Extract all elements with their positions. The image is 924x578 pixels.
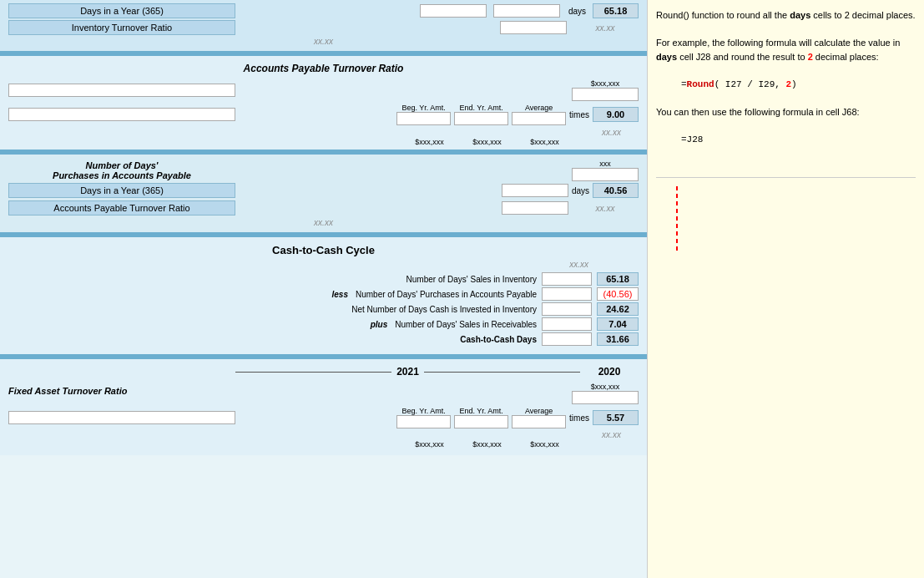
- right-text-3: For example, the following formula will …: [656, 36, 916, 63]
- ctc-label-4: Cash-to-Cash Days: [460, 335, 537, 344]
- fa-avg-label: Average: [525, 407, 553, 415]
- ctc-prefix-1: less: [332, 290, 348, 299]
- ctc-prefix-3: plus: [371, 320, 388, 329]
- inventory-days-value: 65.18: [593, 3, 639, 18]
- days-purch-input-top[interactable]: [572, 168, 639, 181]
- fa-dollar-top: $xxx,xxx: [591, 383, 620, 391]
- ctc-value-0: 65.18: [597, 272, 639, 286]
- formula-2: =J28: [681, 133, 916, 147]
- ctc-input-3[interactable]: [542, 317, 592, 331]
- dollar-end: $xxx,xxx: [460, 138, 514, 146]
- xxx-label: xxx: [599, 160, 611, 168]
- days-purchases-section: Number of Days' Purchases in Accounts Pa…: [0, 155, 647, 234]
- ctc-row-1: less Number of Days' Purchases in Accoun…: [8, 287, 639, 301]
- ap-value: 9.00: [593, 107, 639, 122]
- ctc-input-1[interactable]: [542, 287, 592, 301]
- ctc-input-4[interactable]: [542, 332, 592, 346]
- right-text-6: You can then use the following formula i…: [656, 105, 916, 119]
- days-purch-value: 40.56: [593, 183, 639, 198]
- average-label: Average: [525, 104, 553, 112]
- ctc-row-2: Net Number of Days Cash is Invested in I…: [8, 302, 639, 316]
- xx-days-1: xx.xx: [572, 204, 639, 213]
- ctc-label-0: Number of Days' Sales in Inventory: [406, 275, 537, 284]
- ctc-row-3: plus Number of Days' Sales in Receivable…: [8, 317, 639, 331]
- xx-days-2: xx.xx: [314, 218, 333, 227]
- left-panel: Days in a Year (365) days 65.18 Inventor…: [0, 0, 647, 578]
- beg-yr-input[interactable]: [396, 112, 451, 125]
- dollar-beg: $xxx,xxx: [402, 138, 457, 146]
- right-panel: Round() function to round all the days c…: [647, 0, 924, 578]
- ctc-input-0[interactable]: [542, 272, 592, 286]
- fa-beg-input[interactable]: [396, 415, 451, 428]
- days-title-2: Purchases in Accounts Payable: [53, 170, 191, 180]
- ap-turnover-section: Accounts Payable Turnover Ratio $xxx,xxx…: [0, 56, 647, 151]
- ctc-value-2: 24.62: [597, 302, 639, 316]
- fa-times-label: times: [569, 413, 589, 423]
- ctc-value-4: 31.66: [597, 332, 639, 346]
- fa-beg-label: Beg. Yr. Amt.: [401, 407, 445, 415]
- fa-end-label: End. Yr. Amt.: [459, 407, 502, 415]
- days-in-year-label-2: Days in a Year (365): [8, 183, 235, 198]
- right-text-2: cells to 2 decimal places.: [810, 10, 915, 20]
- days-text: days: [568, 7, 586, 16]
- ctc-row-0: Number of Days' Sales in Inventory 65.18: [8, 272, 639, 286]
- days-input-2[interactable]: [493, 4, 560, 18]
- fa-title: Fixed Asset Turnover Ratio: [8, 386, 235, 396]
- days-title-1: Number of Days': [86, 160, 159, 170]
- times-label-ap: times: [569, 110, 589, 119]
- formula-1: =Round( I27 / I29, 2): [681, 78, 916, 92]
- fa-dollar-end: $xxx,xxx: [460, 440, 514, 449]
- inventory-turnover-label: Inventory Turnover Ratio: [8, 20, 235, 35]
- end-yr-input[interactable]: [454, 112, 508, 125]
- days-text-2: days: [572, 186, 589, 195]
- fa-input-top[interactable]: [572, 391, 639, 404]
- ctc-value-3: 7.04: [597, 317, 639, 331]
- days-row: Days in a Year (365) days 65.18: [8, 3, 639, 18]
- inventory-turnover-section: Days in a Year (365) days 65.18 Inventor…: [0, 0, 647, 53]
- ap-turnover-label-2: Accounts Payable Turnover Ratio: [8, 200, 235, 215]
- ap-denominator-input[interactable]: [8, 108, 235, 121]
- xx-text-inv: xx.xx: [572, 23, 639, 33]
- year-2020: 2020: [598, 366, 621, 378]
- days-input-1[interactable]: [420, 4, 487, 18]
- dollar-avg: $xxx,xxx: [518, 138, 572, 146]
- ap-input-2[interactable]: [502, 201, 568, 215]
- inventory-turnover-row: Inventory Turnover Ratio xx.xx: [8, 20, 639, 35]
- fa-xx: xx.xx: [584, 430, 639, 439]
- fa-denominator-input[interactable]: [8, 411, 235, 424]
- ctc-value-1: (40.56): [597, 287, 639, 301]
- ap-numerator-input[interactable]: [8, 84, 235, 97]
- round-func-text: Round() function to round all the: [656, 10, 790, 20]
- ctc-label-1: Number of Days' Purchases in Accounts Pa…: [356, 290, 537, 299]
- fa-value: 5.57: [593, 410, 639, 425]
- days-bold-1: days: [790, 10, 810, 20]
- average-input[interactable]: [512, 112, 566, 125]
- fa-end-input[interactable]: [454, 415, 508, 428]
- xx-bottom-top: xx.xx: [314, 37, 333, 46]
- ctc-section: Cash-to-Cash Cycle xx.xx Number of Days'…: [0, 237, 647, 356]
- fa-dollar-avg: $xxx,xxx: [518, 440, 572, 449]
- ctc-xx: xx.xx: [569, 260, 588, 269]
- ctc-input-2[interactable]: [542, 302, 592, 316]
- days-bold-2: days: [656, 52, 677, 62]
- inv-turnover-input[interactable]: [500, 21, 567, 34]
- dollar-xxx-top: $xxx,xxx: [591, 79, 620, 88]
- ap-title: Accounts Payable Turnover Ratio: [8, 63, 639, 74]
- xx-days-row: xx.xx: [8, 218, 639, 227]
- xx-row-top: xx.xx: [8, 37, 639, 46]
- days-in-year-label: Days in a Year (365): [8, 3, 235, 18]
- ctc-label-3: Number of Days' Sales in Receivables: [395, 320, 537, 329]
- right-text-1: Round() function to round all the days c…: [656, 8, 916, 23]
- ctc-row-4: Cash-to-Cash Days 31.66: [8, 332, 639, 346]
- fa-section: 2021 2020 Fixed Asset Turnover Ratio $xx…: [0, 359, 647, 455]
- fa-avg-input[interactable]: [512, 415, 566, 428]
- year-2021: 2021: [396, 366, 419, 378]
- beg-yr-label: Beg. Yr. Amt.: [401, 104, 445, 112]
- days-input-3[interactable]: [502, 184, 568, 197]
- end-yr-label: End. Yr. Amt.: [459, 104, 502, 112]
- ctc-title: Cash-to-Cash Cycle: [8, 244, 639, 256]
- dashed-arrow-svg: [656, 186, 698, 253]
- ctc-label-2: Net Number of Days Cash is Invested in I…: [351, 305, 537, 314]
- fa-dollar-beg: $xxx,xxx: [402, 440, 457, 449]
- ap-dollar-input[interactable]: [572, 88, 639, 101]
